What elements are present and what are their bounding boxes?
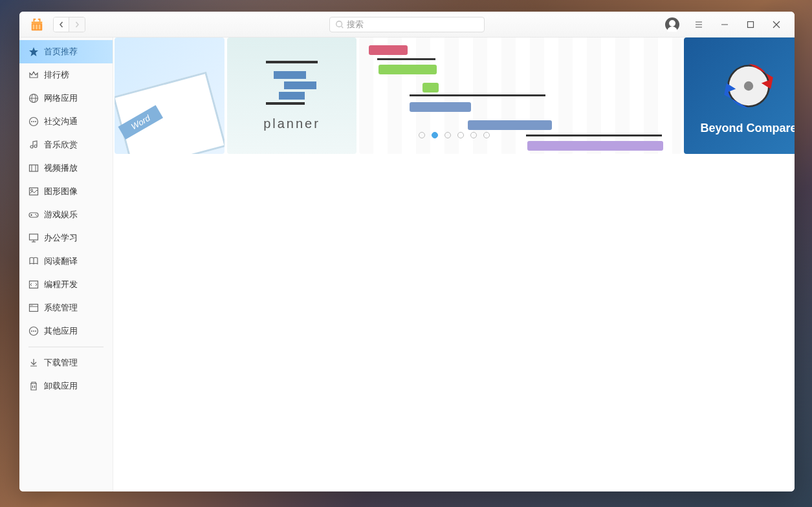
sidebar-item-graphics[interactable]: 图形图像 <box>19 180 113 203</box>
sidebar-item-music[interactable]: 音乐欣赏 <box>19 133 113 156</box>
sidebar-item-label: 首页推荐 <box>44 46 78 58</box>
svg-point-38 <box>32 305 32 306</box>
svg-point-20 <box>35 121 36 122</box>
svg-point-37 <box>30 305 31 306</box>
carousel-dot[interactable] <box>457 132 464 138</box>
app-store-window: 首页推荐 排行榜 网络应用 社交沟通 音乐欣赏 视频播放 <box>19 12 795 491</box>
crown-icon <box>28 70 39 80</box>
planner-label: planner <box>263 116 320 131</box>
svg-rect-3 <box>36 25 38 29</box>
svg-point-5 <box>336 21 342 27</box>
banner-beyond-compare[interactable]: Beyond Compare <box>684 38 795 154</box>
dots-icon <box>28 326 39 336</box>
sidebar-item-office[interactable]: 办公学习 <box>19 226 113 250</box>
sidebar-item-games[interactable]: 游戏娱乐 <box>19 203 113 226</box>
sidebar-item-label: 阅读翻译 <box>44 255 78 267</box>
content-area: Word planner <box>113 38 795 491</box>
user-avatar[interactable] <box>665 17 679 32</box>
gamepad-icon <box>28 210 39 220</box>
sidebar-item-label: 图形图像 <box>44 186 78 197</box>
menu-icon <box>695 21 703 28</box>
sidebar-item-uninstall[interactable]: 卸载应用 <box>19 374 113 398</box>
svg-rect-4 <box>39 25 41 29</box>
banner-planner[interactable]: planner <box>227 38 357 154</box>
sidebar-item-home[interactable]: 首页推荐 <box>19 40 113 63</box>
minimize-icon <box>721 21 729 28</box>
sidebar-item-label: 系统管理 <box>44 302 78 314</box>
sidebar-item-label: 办公学习 <box>44 232 78 244</box>
sidebar-item-label: 卸载应用 <box>44 380 78 392</box>
svg-rect-1 <box>32 21 43 23</box>
sidebar-item-social[interactable]: 社交沟通 <box>19 110 113 133</box>
carousel-dot[interactable] <box>470 132 477 138</box>
video-icon <box>28 163 39 173</box>
banner-word[interactable]: Word <box>115 38 225 154</box>
chat-icon <box>28 116 39 127</box>
app-logo <box>30 17 44 32</box>
sidebar-item-system[interactable]: 系统管理 <box>19 296 113 319</box>
nav-buttons <box>53 17 85 32</box>
carousel-dot[interactable] <box>444 132 451 138</box>
carousel-dots <box>419 132 490 138</box>
trash-icon <box>28 381 39 391</box>
sidebar-item-label: 编程开发 <box>44 279 78 290</box>
search-input[interactable] <box>347 19 479 29</box>
svg-point-29 <box>35 214 36 215</box>
sidebar-item-label: 其他应用 <box>44 325 78 337</box>
titlebar <box>19 12 795 38</box>
dashboard-icon <box>28 303 39 313</box>
svg-point-19 <box>33 121 34 122</box>
svg-line-6 <box>342 26 344 28</box>
svg-point-41 <box>33 330 34 332</box>
carousel-dot[interactable] <box>483 132 490 138</box>
star-icon <box>28 47 39 57</box>
minimize-button[interactable] <box>713 16 736 34</box>
maximize-icon <box>747 21 754 28</box>
close-icon <box>773 21 780 28</box>
sidebar-item-label: 下载管理 <box>44 357 78 369</box>
carousel-dot[interactable] <box>419 132 425 138</box>
sidebar-item-label: 社交沟通 <box>44 116 78 127</box>
svg-point-18 <box>31 121 32 122</box>
svg-rect-24 <box>30 188 38 195</box>
globe-icon <box>28 93 39 103</box>
download-icon <box>28 358 39 368</box>
sidebar-item-download[interactable]: 下载管理 <box>19 351 113 374</box>
music-icon <box>28 140 39 150</box>
sidebar-item-reading[interactable]: 阅读翻译 <box>19 250 113 273</box>
svg-point-44 <box>744 81 753 90</box>
sidebar-item-other[interactable]: 其他应用 <box>19 319 113 343</box>
search-box[interactable] <box>329 17 485 32</box>
sidebar: 首页推荐 排行榜 网络应用 社交沟通 音乐欣赏 视频播放 <box>19 38 113 491</box>
sidebar-item-label: 视频播放 <box>44 162 78 174</box>
monitor-icon <box>28 233 39 243</box>
code-icon <box>28 279 39 290</box>
menu-button[interactable] <box>687 16 710 34</box>
sidebar-item-label: 网络应用 <box>44 92 78 104</box>
sidebar-item-network[interactable]: 网络应用 <box>19 87 113 110</box>
back-button[interactable] <box>54 17 69 32</box>
word-tag-label: Word <box>118 105 164 139</box>
svg-rect-11 <box>748 21 754 27</box>
sidebar-item-label: 音乐欣赏 <box>44 139 78 151</box>
svg-point-40 <box>31 330 32 332</box>
forward-button[interactable] <box>69 17 85 32</box>
carousel-dot[interactable] <box>432 132 438 138</box>
svg-rect-31 <box>30 234 38 240</box>
sidebar-divider <box>28 347 104 347</box>
beyond-compare-label: Beyond Compare <box>700 122 795 135</box>
search-icon <box>335 20 344 29</box>
maximize-button[interactable] <box>739 16 762 34</box>
svg-point-25 <box>31 189 33 191</box>
image-icon <box>28 186 39 197</box>
banner-gantt[interactable] <box>359 38 681 154</box>
sidebar-item-dev[interactable]: 编程开发 <box>19 273 113 296</box>
banner-carousel: Word planner <box>113 38 795 154</box>
sidebar-item-video[interactable]: 视频播放 <box>19 156 113 180</box>
svg-rect-2 <box>33 25 35 29</box>
book-icon <box>28 256 39 266</box>
svg-point-30 <box>36 215 38 217</box>
sidebar-item-rank[interactable]: 排行榜 <box>19 63 113 87</box>
sidebar-item-label: 排行榜 <box>44 69 69 81</box>
close-button[interactable] <box>765 16 788 34</box>
